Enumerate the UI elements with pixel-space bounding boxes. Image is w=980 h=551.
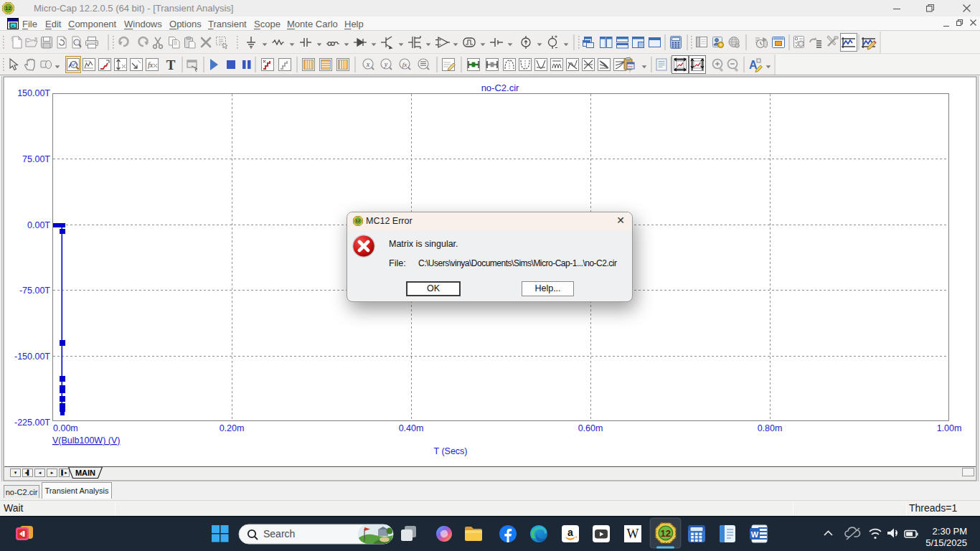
svg-text:W: W (627, 527, 639, 541)
svg-text:0.40m: 0.40m (399, 423, 424, 433)
svg-text:2:30 PM: 2:30 PM (933, 526, 967, 537)
svg-text:0.20m: 0.20m (220, 423, 245, 433)
svg-text:1.00m: 1.00m (937, 423, 962, 433)
svg-text:fx: fx (148, 61, 154, 69)
svg-text:no-C2.cir: no-C2.cir (481, 83, 519, 93)
svg-text:12: 12 (5, 5, 11, 11)
svg-text:x: x (366, 60, 370, 68)
svg-text:MAIN: MAIN (75, 468, 95, 477)
svg-text:0.00m: 0.00m (53, 423, 78, 433)
svg-text:0.00T: 0.00T (27, 220, 50, 230)
svg-text:75.00T: 75.00T (22, 154, 50, 164)
svg-text:W: W (751, 530, 759, 539)
svg-text:y: y (384, 60, 388, 68)
svg-text:T (Secs): T (Secs) (434, 446, 468, 456)
svg-text:0.60m: 0.60m (578, 423, 603, 433)
svg-text:150.00T: 150.00T (17, 88, 50, 98)
svg-text:fx: fx (402, 61, 407, 68)
svg-text:0.80m: 0.80m (758, 423, 783, 433)
svg-text:Search: Search (263, 528, 295, 540)
svg-text:5/15/2025: 5/15/2025 (925, 537, 967, 548)
svg-text:V(Bulb100W) (V): V(Bulb100W) (V) (52, 435, 120, 446)
svg-text:T: T (166, 57, 176, 72)
svg-text:12: 12 (356, 218, 361, 223)
svg-text:12: 12 (661, 528, 672, 539)
svg-text:-150.00T: -150.00T (14, 352, 50, 362)
svg-text:-75.00T: -75.00T (19, 286, 50, 296)
svg-text:a: a (567, 527, 573, 538)
svg-text:-225.00T: -225.00T (14, 418, 50, 428)
